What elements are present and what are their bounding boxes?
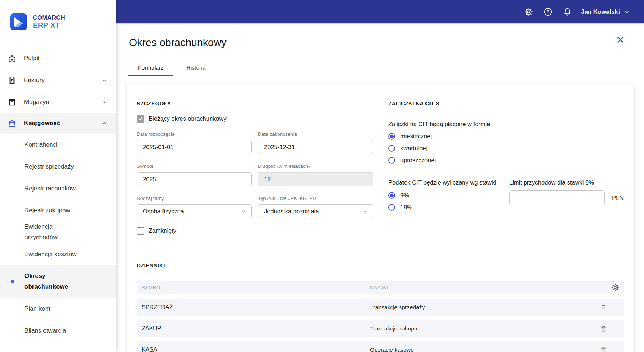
start-date-label: Data rozpoczęcia	[137, 131, 252, 137]
details-heading: SZCZEGÓŁY	[137, 100, 372, 111]
currency-label: PLN	[612, 194, 624, 201]
sidebar: COMARCH ERP XT Pulpit Faktury	[0, 0, 116, 352]
journals-table-header: SYMBOL NAZWA	[137, 281, 624, 294]
company-type-label: Rodzaj firmy	[137, 196, 252, 201]
sidebar-item-rejestr-rachunkow[interactable]: Rejestr rachunków	[0, 177, 116, 199]
help-icon[interactable]: ?	[543, 7, 553, 17]
end-date-input[interactable]	[258, 140, 373, 154]
column-header-symbol: SYMBOL	[137, 285, 366, 290]
start-date-input[interactable]	[137, 140, 252, 154]
sidebar-item-okresy-obrachunkowe[interactable]: Okresy obrachunkowe	[0, 265, 116, 298]
sidebar-item-rejestr-zakupow[interactable]: Rejestr zakupów	[0, 199, 116, 221]
radio-label: 9%	[400, 192, 409, 199]
bank-icon	[7, 119, 17, 128]
length-input	[258, 172, 373, 186]
chevron-down-icon	[102, 99, 107, 105]
radio-kwartalnej[interactable]	[388, 145, 395, 152]
tab-formularz[interactable]: Formularz	[128, 61, 173, 76]
home-icon	[7, 54, 17, 63]
cit-payment-question: Zaliczki na CIT będą płacone w formie	[388, 121, 624, 128]
topbar: ? Jan Kowalski	[116, 0, 644, 23]
limit-label: Limit przychodów dla stawki 9%	[509, 179, 624, 186]
chevron-up-icon	[102, 120, 107, 126]
radio-label: miesięcznej	[400, 133, 432, 140]
settings-gear-icon[interactable]	[524, 7, 534, 17]
column-divider	[366, 284, 366, 291]
sidebar-item-label: Magazyn	[24, 98, 49, 106]
page-title: Okres obrachunkowy	[129, 36, 227, 49]
zois-type-select[interactable]: Jednostka pozostała	[258, 204, 373, 218]
trash-icon[interactable]	[600, 346, 608, 352]
table-row-sprzedaz[interactable]: SPRZEDAŻ Transakcje sprzedaży	[137, 299, 624, 316]
selected-item-dot	[11, 280, 14, 283]
comarch-logo[interactable]: COMARCH ERP XT	[10, 13, 116, 31]
closed-checkbox[interactable]	[137, 227, 144, 235]
chevron-down-icon	[102, 77, 107, 83]
sidebar-item-ksiegowosc[interactable]: Księgowość	[0, 113, 116, 134]
chevron-down-icon	[623, 8, 630, 15]
main-menu: Pulpit Faktury Magazyn	[0, 47, 116, 134]
table-row-zakup[interactable]: ZAKUP Transakcje zakupu	[137, 320, 624, 337]
closed-checkbox-label: Zamknięty	[149, 227, 176, 234]
warehouse-box-icon	[7, 97, 17, 107]
length-label: Długość (w miesiącach)	[258, 163, 373, 169]
brand-product: ERP XT	[33, 21, 65, 30]
radio-label: 19%	[400, 204, 412, 211]
sidebar-item-ewidencja-przychodow[interactable]: Ewidencja przychodów	[0, 221, 116, 243]
sidebar-item-label: Faktury	[24, 77, 45, 84]
cit-heading: ZALICZKI NA CIT-8	[388, 100, 624, 111]
journals-heading: DZIENNIKI	[137, 262, 624, 273]
notifications-bell-icon[interactable]	[562, 7, 572, 17]
radio-label: kwartalnej	[400, 145, 427, 152]
tab-historia[interactable]: Historia	[173, 61, 219, 76]
journals-section: DZIENNIKI SYMBOL NAZWA SPRZEDAŻ Transakc…	[127, 262, 634, 352]
column-header-nazwa: NAZWA	[370, 285, 610, 290]
zois-type-label: Typ ZOIS dla JPK_KR_PD	[258, 196, 373, 201]
cit-rate-question: Podatek CIT będzie wyliczany wg stawki	[388, 179, 509, 186]
radio-rate-19[interactable]	[388, 204, 395, 211]
tabstrip: Formularz Historia	[128, 61, 219, 76]
trash-icon[interactable]	[600, 303, 608, 312]
symbol-label: Symbol	[137, 163, 252, 169]
chevron-down-icon	[362, 209, 368, 214]
svg-text:?: ?	[547, 9, 550, 15]
sidebar-item-faktury[interactable]: Faktury	[0, 69, 116, 91]
sidebar-item-label: Księgowość	[24, 120, 60, 127]
symbol-input[interactable]	[137, 172, 252, 186]
cit-section: ZALICZKI NA CIT-8 Zaliczki na CIT będą p…	[388, 100, 624, 235]
end-date-label: Data zakończenia	[258, 131, 373, 137]
sidebar-item-bilans-otwarcia[interactable]: Bilans otwarcia	[0, 320, 116, 341]
sidebar-item-rejestr-sprzedazy[interactable]: Rejestr sprzedaży	[0, 155, 116, 177]
sidebar-item-kontrahenci[interactable]: Kontrahenci	[0, 134, 116, 155]
table-row-kasa[interactable]: KASA Operacje kasowe	[137, 341, 624, 352]
user-name: Jan Kowalski	[581, 8, 620, 15]
comarch-logo-icon	[10, 13, 27, 31]
sidebar-item-label: Pulpit	[24, 55, 40, 62]
current-period-checkbox-label: Bieżący okres obrachunkowy	[149, 115, 227, 122]
form-card: SZCZEGÓŁY Bieżący okres obrachunkowy Dat…	[127, 84, 634, 352]
sidebar-item-plan-kont[interactable]: Plan kont	[0, 298, 116, 320]
sidebar-item-pulpit[interactable]: Pulpit	[0, 47, 116, 69]
current-period-checkbox[interactable]	[137, 115, 144, 123]
company-type-select[interactable]: Osoba fizyczna	[137, 204, 252, 218]
details-section: SZCZEGÓŁY Bieżący okres obrachunkowy Dat…	[137, 100, 372, 235]
trash-icon[interactable]	[600, 325, 608, 333]
radio-miesiecznej[interactable]	[388, 133, 395, 140]
brand-name: COMARCH	[33, 14, 65, 21]
radio-rate-9[interactable]	[388, 192, 395, 199]
radio-label: uproszczonej	[400, 157, 436, 164]
radio-uproszczonej[interactable]	[388, 157, 395, 164]
close-icon[interactable]	[616, 35, 625, 45]
sidebar-item-magazyn[interactable]: Magazyn	[0, 91, 116, 113]
ksiegowosc-submenu: Kontrahenci Rejestr sprzedaży Rejestr ra…	[0, 134, 116, 341]
user-menu[interactable]: Jan Kowalski	[581, 8, 630, 15]
limit-input[interactable]	[509, 190, 605, 205]
chevron-down-icon	[241, 209, 246, 214]
invoice-icon	[7, 76, 17, 85]
sidebar-item-ewidencja-kosztow[interactable]: Ewidencja kosztów	[0, 243, 116, 265]
table-settings-gear-icon[interactable]	[610, 283, 620, 292]
